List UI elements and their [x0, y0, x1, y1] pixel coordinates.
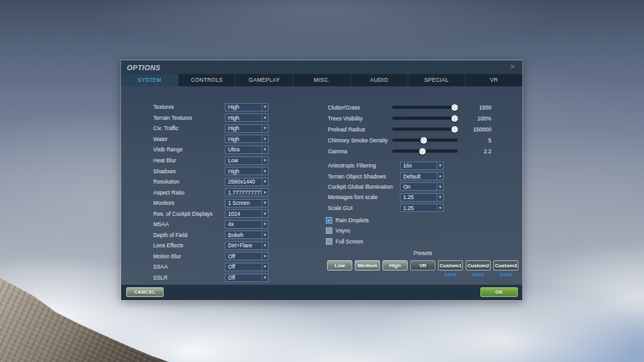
dropdown-anisotropic-filtering[interactable]: 16x▼ [400, 162, 444, 170]
slider-thumb[interactable] [451, 104, 458, 111]
save-link[interactable]: SAVE [444, 272, 457, 277]
dialog-title: OPTIONS [127, 64, 160, 71]
preset-button-custom2[interactable]: Custom2 [466, 260, 491, 271]
dropdown-depth-of-field[interactable]: Bokeh▼ [225, 231, 269, 239]
setting-label-anisotropic-filtering: Anisotropic Filtering [328, 162, 400, 169]
checkbox-rain-droplets[interactable]: ✓Rain Droplets [326, 215, 369, 225]
chevron-down-icon: ▼ [261, 125, 268, 132]
dropdown-shadows[interactable]: High▼ [225, 167, 269, 175]
slider-value: 1500 [458, 104, 491, 111]
slider-value: 100% [458, 115, 491, 122]
slider-track-preload-radius[interactable] [392, 128, 458, 131]
save-link[interactable]: SAVE [472, 272, 485, 277]
slider-thumb[interactable] [451, 126, 458, 133]
tab-misc[interactable]: MISC. [293, 74, 350, 86]
slider-thumb[interactable] [419, 148, 426, 155]
dropdown-terrain-object-shadows[interactable]: Default▼ [400, 172, 444, 180]
dropdown-value: High [225, 168, 261, 175]
setting-label-scale-gui: Scale GUI [328, 205, 400, 211]
slider-thumb[interactable] [451, 115, 458, 122]
dropdown-value: Off [225, 263, 261, 270]
slider-label-preload-radius: Preload Radius [328, 126, 392, 133]
dropdown-messages-font-scale[interactable]: 1.25▼ [400, 193, 444, 202]
checkbox-label: Rain Droplets [336, 217, 369, 224]
tab-controls[interactable]: CONTROLS [178, 74, 236, 86]
slider-row: Chimney Smoke Density5 [328, 135, 491, 146]
setting-row: Cockpit Global IlluminationOn▼ [328, 182, 491, 192]
dropdown-value: 1.25 [401, 205, 437, 211]
setting-row: Terrain Object ShadowsDefault▼ [328, 171, 491, 181]
checkbox-vsync[interactable]: Vsync [326, 225, 369, 236]
slider-track-chimney-smoke-density[interactable] [392, 138, 458, 142]
dropdown-cockpit-global-illumination[interactable]: On▼ [400, 182, 444, 191]
dropdown-msaa[interactable]: 4x▼ [225, 220, 269, 229]
checkbox-box[interactable] [326, 238, 332, 245]
chevron-down-icon: ▼ [261, 178, 268, 186]
checkbox-full-screen[interactable]: Full Screen [326, 236, 369, 247]
checkbox-box[interactable]: ✓ [326, 217, 332, 224]
cancel-button[interactable]: CANCEL [126, 287, 164, 297]
tab-audio[interactable]: AUDIO [351, 74, 408, 86]
slider-row: Preload Radius150000 [328, 124, 491, 135]
tab-gameplay[interactable]: GAMEPLAY [236, 74, 293, 86]
slider-track-trees-visibility[interactable] [392, 117, 458, 120]
slider-row: Clutter/Grass1500 [328, 102, 491, 113]
setting-row: Messages font scale1.25▼ [328, 192, 491, 202]
tab-vr[interactable]: VR [466, 74, 522, 86]
preset-button-custom1[interactable]: Custom1 [438, 260, 463, 271]
dropdown-monitors[interactable]: 1 Screen▼ [225, 199, 269, 207]
dropdown-motion-blur[interactable]: Off▼ [225, 252, 269, 260]
preset-button-low[interactable]: Low [327, 260, 352, 271]
setting-label-visib-range: Visib Range [153, 146, 225, 153]
ok-button[interactable]: OK [480, 287, 518, 297]
setting-label-heat-blur: Heat Blur [153, 157, 225, 164]
slider-track-gamma[interactable] [392, 149, 458, 153]
dropdown-aspect-ratio[interactable]: 1.7777777777778▼ [225, 188, 269, 196]
dropdown-scale-gui[interactable]: 1.25▼ [400, 204, 444, 212]
setting-label-monitors: Monitors [153, 200, 225, 206]
setting-label-terrain-textures: Terrain Textures [153, 115, 225, 121]
chevron-down-icon: ▼ [261, 210, 268, 217]
slider-value: 2.2 [458, 148, 491, 155]
chevron-down-icon: ▼ [437, 194, 443, 201]
dropdown-textures[interactable]: High▼ [225, 103, 269, 111]
dropdown-lens-effects[interactable]: Dirt+Flare▼ [225, 242, 269, 250]
setting-label-shadows: Shadows [153, 168, 225, 175]
chevron-down-icon: ▼ [261, 274, 268, 281]
dropdown-sslr[interactable]: Off▼ [225, 274, 269, 282]
dropdown-value: Default [401, 173, 437, 180]
dropdown-heat-blur[interactable]: Low▼ [225, 157, 269, 165]
dropdown-res-of-cockpit-displays[interactable]: 1024▼ [225, 209, 269, 218]
dropdown-resolution[interactable]: 2560x1440▼ [225, 178, 269, 186]
preset-button-custom3[interactable]: Custom3 [493, 260, 518, 271]
close-icon[interactable]: ✕ [508, 62, 517, 71]
chevron-down-icon: ▼ [261, 157, 268, 164]
dropdown-value: Bokeh [225, 232, 261, 238]
slider-track-clutter-grass[interactable] [392, 106, 458, 109]
chevron-down-icon: ▼ [261, 135, 268, 142]
setting-label-depth-of-field: Depth of Field [153, 232, 225, 238]
setting-label-res-of-cockpit-displays: Res. of Cockpit Displays [153, 211, 225, 217]
preset-button-medium[interactable]: Medium [355, 260, 380, 271]
dropdown-water[interactable]: High▼ [225, 135, 269, 143]
slider-label-trees-visibility: Trees Visibility [328, 115, 392, 122]
dropdown-visib-range[interactable]: Ultra▼ [225, 146, 269, 154]
dialog-footer: CANCEL OK [121, 285, 522, 300]
preset-button-vr[interactable]: VR [410, 260, 435, 271]
chevron-down-icon: ▼ [261, 146, 268, 153]
dropdown-ssaa[interactable]: Off▼ [225, 263, 269, 271]
save-link[interactable]: SAVE [500, 272, 513, 277]
slider-thumb[interactable] [421, 137, 427, 144]
chevron-down-icon: ▼ [437, 162, 443, 169]
dropdown-value: Dirt+Flare [225, 242, 261, 249]
preset-column: Custom2SAVE [466, 260, 491, 277]
dropdown-civ-traffic[interactable]: High▼ [225, 124, 269, 133]
dropdown-terrain-textures[interactable]: High▼ [225, 113, 269, 122]
dropdown-value: High [225, 104, 261, 110]
tab-special[interactable]: SPECIAL [408, 74, 466, 86]
checkbox-box[interactable] [326, 227, 332, 234]
preset-button-high[interactable]: High [383, 260, 408, 271]
slider-label-gamma: Gamma [328, 148, 392, 155]
dropdown-value: 2560x1440 [225, 178, 261, 185]
tab-system[interactable]: SYSTEM [121, 74, 178, 86]
